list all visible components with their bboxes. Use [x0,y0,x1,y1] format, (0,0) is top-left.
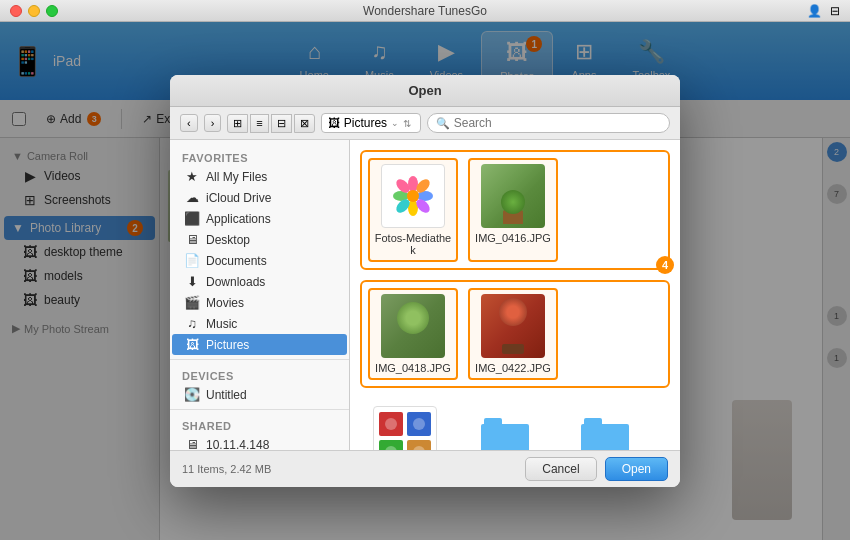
icloud-icon: ☁ [184,190,200,205]
modal-sidebar: Favorites ★ All My Files ☁ iCloud Drive … [170,140,350,450]
photo-booth-icon [377,410,433,450]
desktop-label: Desktop [206,233,250,247]
modal-file-photo-booth[interactable]: Photo BoothLibrary [360,402,450,450]
documents-label: Documents [206,254,267,268]
applications-label: Applications [206,212,271,226]
svg-point-15 [413,418,425,430]
modal-sidebar-music[interactable]: ♫ Music [172,313,347,334]
modal-overlay: Open ‹ › ⊞ ≡ ⊟ ⊠ 🖼 Pictures ⌄ ⇅ 🔍 [0,22,850,540]
fotos-mediathek-name: Fotos-Mediathek [374,232,452,256]
folder-icon: 🖼 [328,116,340,130]
modal-sidebar-devices-section: Devices [170,364,349,384]
img-0418-name: IMG_0418.JPG [375,362,451,374]
pictures-sidebar-label: Pictures [206,338,249,352]
modal-file-tunesgo-retro[interactable]: TunesGo Retro [460,402,550,450]
minimize-button[interactable] [28,5,40,17]
modal-sidebar-applications[interactable]: ⬛ Applications [172,208,347,229]
img-0422-name: IMG_0422.JPG [475,362,551,374]
applications-icon: ⬛ [184,211,200,226]
pictures-sidebar-icon: 🖼 [184,337,200,352]
settings-icon: ⊟ [830,4,840,18]
modal-file-browser: 4 [350,140,680,450]
modal-search-box[interactable]: 🔍 [427,113,670,133]
modal-file-img-0422[interactable]: IMG_0422.JPG [468,288,558,380]
search-input[interactable] [454,116,661,130]
modal-footer: 11 Items, 2.42 MB Cancel Open [170,450,680,487]
folder-1-icon [581,418,629,450]
modal-titlebar: Open [170,75,680,107]
selection-badge: 4 [656,256,674,274]
img-0418-thumb [381,294,445,358]
photo-booth-thumb [373,406,437,450]
modal-sidebar-icloud-drive[interactable]: ☁ iCloud Drive [172,187,347,208]
music-sidebar-icon: ♫ [184,316,200,331]
modal-sidebar-shared-section: Shared [170,414,349,434]
modal-location-picker[interactable]: 🖼 Pictures ⌄ ⇅ [321,113,421,133]
desktop-icon: 🖥 [184,232,200,247]
documents-icon: 📄 [184,253,200,268]
open-dialog: Open ‹ › ⊞ ≡ ⊟ ⊠ 🖼 Pictures ⌄ ⇅ 🔍 [170,75,680,487]
search-icon: 🔍 [436,117,450,130]
window-controls [10,5,58,17]
modal-view-buttons: ⊞ ≡ ⊟ ⊠ [227,114,314,133]
img-0416-name: IMG_0416.JPG [475,232,551,244]
modal-sidebar-untitled[interactable]: 💽 Untitled [172,384,347,405]
modal-sidebar-ip[interactable]: 🖥 10.11.4.148 [172,434,347,450]
downloads-icon: ⬇ [184,274,200,289]
close-button[interactable] [10,5,22,17]
fotos-mediathek-icon [389,172,437,220]
modal-sidebar-downloads[interactable]: ⬇ Downloads [172,271,347,292]
modal-footer-buttons: Cancel Open [525,457,668,481]
tunesgo-folder-icon [481,418,529,450]
view-list-button[interactable]: ≡ [250,114,268,133]
music-sidebar-label: Music [206,317,237,331]
modal-footer-info: 11 Items, 2.42 MB [182,463,271,475]
window-title: Wondershare TunesGo [363,4,487,18]
selected-files-group-2: IMG_0418.JPG IMG_0422.JPG [360,280,670,388]
all-my-files-label: All My Files [206,170,267,184]
title-bar-icons: 👤 ⊟ [807,4,840,18]
modal-sidebar-favorites-section: Favorites [170,146,349,166]
non-selected-files: Photo BoothLibrary TunesGo Retro [360,402,670,450]
svg-point-9 [407,190,419,202]
modal-file-img-0416[interactable]: IMG_0416.JPG [468,158,558,262]
ip-icon: 🖥 [184,437,200,450]
modal-body: Favorites ★ All My Files ☁ iCloud Drive … [170,140,680,450]
modal-back-button[interactable]: ‹ [180,114,198,132]
folder-1-thumb [573,406,637,450]
svg-point-14 [385,418,397,430]
modal-sidebar-all-my-files[interactable]: ★ All My Files [172,166,347,187]
modal-sidebar-documents[interactable]: 📄 Documents [172,250,347,271]
untitled-icon: 💽 [184,387,200,402]
cancel-button[interactable]: Cancel [525,457,596,481]
view-icon-button[interactable]: ⊞ [227,114,248,133]
movies-icon: 🎬 [184,295,200,310]
title-bar: Wondershare TunesGo 👤 ⊟ [0,0,850,22]
modal-sidebar-desktop[interactable]: 🖥 Desktop [172,229,347,250]
modal-sidebar-pictures[interactable]: 🖼 Pictures [172,334,347,355]
modal-file-fotos-mediathek[interactable]: Fotos-Mediathek [368,158,458,262]
modal-title: Open [408,83,441,98]
downloads-label: Downloads [206,275,265,289]
untitled-label: Untitled [206,388,247,402]
view-cover-button[interactable]: ⊠ [294,114,315,133]
open-button[interactable]: Open [605,457,668,481]
icloud-label: iCloud Drive [206,191,271,205]
modal-sidebar-movies[interactable]: 🎬 Movies [172,292,347,313]
modal-toolbar: ‹ › ⊞ ≡ ⊟ ⊠ 🖼 Pictures ⌄ ⇅ 🔍 [170,107,680,140]
img-0422-thumb [481,294,545,358]
user-icon: 👤 [807,4,822,18]
modal-location-label: Pictures [344,116,387,130]
movies-label: Movies [206,296,244,310]
modal-file-folder-1[interactable] [560,402,650,450]
modal-forward-button[interactable]: › [204,114,222,132]
location-chevron: ⌄ [391,118,399,128]
img-0416-thumb [481,164,545,228]
fotos-mediathek-thumb [381,164,445,228]
all-my-files-icon: ★ [184,169,200,184]
maximize-button[interactable] [46,5,58,17]
ip-label: 10.11.4.148 [206,438,269,451]
modal-file-img-0418[interactable]: IMG_0418.JPG [368,288,458,380]
location-updown: ⇅ [403,118,411,129]
view-column-button[interactable]: ⊟ [271,114,292,133]
